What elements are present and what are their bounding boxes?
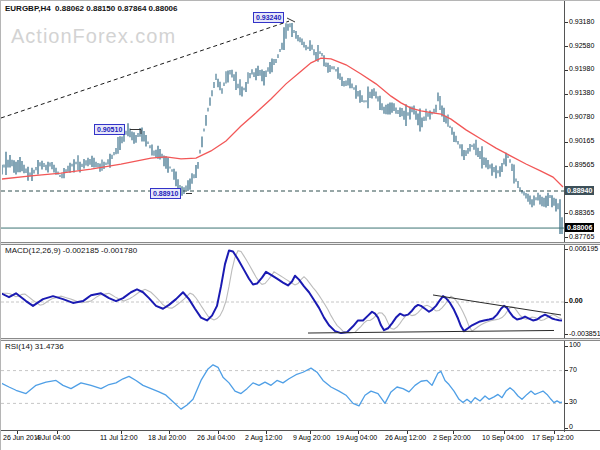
- rsi-axis-label: 100: [569, 341, 581, 348]
- time-axis-label: 4 Jul 04:00: [36, 434, 70, 441]
- rsi-name: RSI(14): [5, 342, 33, 351]
- price-axis-label: 0.87765: [569, 233, 594, 240]
- time-axis-label: 9 Aug 20:00: [293, 434, 330, 441]
- price-axis-label-highlighted: 0.88006: [565, 223, 594, 232]
- price-axis-label: 0.91380: [569, 89, 594, 96]
- price-axis-label: 0.92580: [569, 42, 594, 49]
- macd-axis-label: -0.003851: [569, 330, 600, 337]
- price-axis-label-highlighted: 0.88940: [565, 186, 594, 195]
- high-value: 0.88150: [86, 4, 115, 13]
- time-axis-label: 2 Sep 20:00: [433, 434, 471, 441]
- time-axis-label: 26 Aug 12:00: [385, 434, 426, 441]
- rsi-value: 31.4736: [35, 342, 64, 351]
- time-axis-label: 10 Sep 04:00: [482, 434, 524, 441]
- time-axis-label: 17 Sep 12:00: [532, 434, 574, 441]
- price-axis-label: 0.93180: [569, 18, 594, 25]
- symbol-timeframe-label: EURGBP,H4: [5, 4, 51, 13]
- price-level-annotation[interactable]: 0.93240: [253, 12, 284, 23]
- macd-axis-label: 0.00: [569, 297, 583, 304]
- macd-main-value: -0.002185: [63, 246, 99, 255]
- macd-indicator-label: MACD(12,26,9) -0.002185 -0.001780: [5, 246, 137, 255]
- price-level-annotation[interactable]: 0.90510: [94, 124, 125, 135]
- price-level-annotation[interactable]: 0.88910: [150, 188, 181, 199]
- rsi-indicator-label: RSI(14) 31.4736: [5, 342, 64, 351]
- time-axis-label: 18 Jul 20:00: [148, 434, 186, 441]
- price-axis-label: 0.89565: [569, 161, 594, 168]
- rsi-axis-label: 70: [569, 366, 577, 373]
- time-axis-label: 11 Jul 12:00: [100, 434, 138, 441]
- price-axis-label: 0.91980: [569, 65, 594, 72]
- trading-chart-window: ActionForex.com EURGBP,H4 0.88062 0.8815…: [0, 0, 600, 450]
- time-axis-label: 19 Aug 04:00: [336, 434, 377, 441]
- chart-header: EURGBP,H4 0.88062 0.88150 0.87864 0.8800…: [5, 4, 178, 13]
- price-chart-panel[interactable]: [1, 4, 564, 242]
- macd-signal-value: -0.001780: [101, 246, 137, 255]
- price-axis-label: 0.90165: [569, 137, 594, 144]
- rsi-panel[interactable]: [1, 341, 564, 430]
- macd-axis-label: 0.006195: [569, 245, 598, 252]
- close-value: 0.88006: [149, 4, 178, 13]
- macd-panel[interactable]: [1, 245, 564, 338]
- rsi-axis-label: 0: [569, 423, 573, 430]
- rsi-axis-label: 30: [569, 398, 577, 405]
- time-axis-label: 26 Jul 04:00: [197, 434, 235, 441]
- low-value: 0.87864: [117, 4, 146, 13]
- price-axis-label: 0.88365: [569, 209, 594, 216]
- open-value: 0.88062: [55, 4, 84, 13]
- price-axis-label: 0.90780: [569, 113, 594, 120]
- macd-name: MACD(12,26,9): [5, 246, 61, 255]
- time-axis-label: 2 Aug 12:00: [245, 434, 282, 441]
